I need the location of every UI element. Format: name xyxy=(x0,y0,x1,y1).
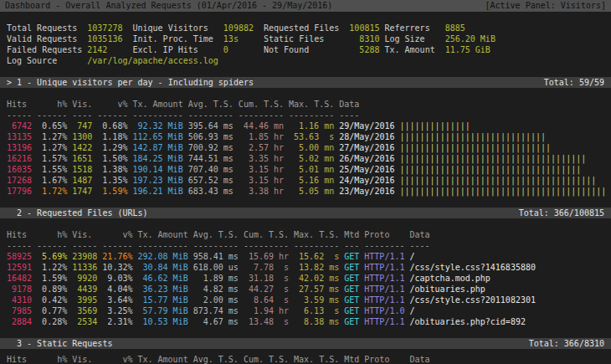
hits: 17268 xyxy=(7,175,32,186)
column-headers: Hitsh%Vis.v%Tx. AmountAvg. T.S.Cum. T.S.… xyxy=(0,354,611,364)
hits: 16216 xyxy=(7,153,32,164)
hits-percent: 1.55% xyxy=(37,164,67,175)
hits-percent: 1.22% xyxy=(37,262,67,273)
max-time-served: 27.57 ms xyxy=(294,284,339,295)
date: 25/May/2016 xyxy=(339,164,394,175)
tx-amount: 10.53 MiB xyxy=(137,316,187,327)
panel-title-text: 3 - Static Requests xyxy=(17,339,112,348)
visitors-percent: 1.59% xyxy=(97,186,127,197)
column-rule: ---- xyxy=(72,110,92,120)
tx-amount: 197.23 MiB xyxy=(132,175,182,186)
tx-amount: 196.21 MiB xyxy=(132,186,182,197)
visitors: 4439 xyxy=(72,284,97,295)
table-row[interactable]: 28840.28%25342.31%10.53 MiB4.67 ms13.48 … xyxy=(0,316,611,327)
cum-time-served: 3.15 hr xyxy=(239,175,284,186)
table-row[interactable]: 79850.77%35693.25%57.79 MiB873.74 ms1.94… xyxy=(0,305,611,316)
max-time-served: 53.63 s xyxy=(289,131,334,142)
visitors: 1747 xyxy=(72,186,92,197)
summary-value: 13s xyxy=(223,33,259,44)
summary-label: Valid Requests xyxy=(7,33,82,44)
column-header-visitors: Vis. xyxy=(72,229,97,240)
request-url: /css/style.css?1416835880 xyxy=(409,262,536,273)
column-rule: --------- xyxy=(289,110,334,120)
column-header-hits-percent: h% xyxy=(37,99,67,110)
panel-header-visitors[interactable]: >1 - Unique visitors per day - Including… xyxy=(0,77,611,88)
table-row[interactable]: 177961.72%17471.59%196.21 MiB683.43 ms3.… xyxy=(0,186,611,197)
http-protocol: HTTP/1.1 xyxy=(364,295,404,305)
table-row[interactable]: 131351.27%13001.18%112.65 MiB506.93 ms1.… xyxy=(0,131,611,142)
http-method: GET xyxy=(344,316,359,327)
table-row[interactable]: 172681.67%14871.35%197.23 MiB657.52 ms3.… xyxy=(0,175,611,186)
table-row[interactable]: 589255.69%2390821.76%292.08 MiB958.41 ms… xyxy=(0,251,611,262)
hits: 6742 xyxy=(7,120,32,131)
panel-header-requested-files[interactable]: 2 - Requested Files (URLs)Total: 366/100… xyxy=(0,208,611,218)
table-row[interactable]: 160351.55%15181.38%190.14 MiB707.40 ms3.… xyxy=(0,164,611,175)
active-panel-cursor-icon: > xyxy=(7,77,12,88)
table-row[interactable]: 162161.57%16511.50%184.25 MiB744.51 ms3.… xyxy=(0,153,611,164)
max-time-served: 5.01 mn xyxy=(289,164,334,175)
panel-total: Total: 366/100815 xyxy=(519,208,604,218)
request-url: / xyxy=(409,305,414,316)
hits-percent: 1.67% xyxy=(37,175,67,186)
column-header-rule: ----------------------------------------… xyxy=(0,240,611,251)
column-rule: ----- xyxy=(7,240,32,251)
column-rule: --------- xyxy=(239,110,284,120)
table-row[interactable]: 67420.65%7470.68%92.32 MiB395.64 ms44.46… xyxy=(0,120,611,131)
column-rule: ----- xyxy=(7,110,32,120)
visitors: 2534 xyxy=(72,316,97,327)
summary-label: Referrers xyxy=(384,23,439,33)
bar-chart: |||||||||||||||||||||||||||||| xyxy=(399,142,551,153)
table-row[interactable]: 164821.59%99209.03%46.62 MiB1.89 ms31.18… xyxy=(0,273,611,284)
panel-header-static-requests[interactable]: 3 - Static RequestsTotal: 366/8310 xyxy=(0,338,611,349)
column-header-max-time-served: Max. T.S. xyxy=(294,354,339,364)
visitors: 3995 xyxy=(72,295,97,305)
avg-time-served: 958.41 ms xyxy=(193,251,239,262)
table-row[interactable]: 91780.89%44394.04%36.23 MiB4.82 ms44.27 … xyxy=(0,284,611,295)
column-rule: --------- xyxy=(188,110,234,120)
column-rule: ------ xyxy=(102,240,132,251)
http-protocol: HTTP/1.0 xyxy=(364,305,404,316)
avg-time-served: 4.82 ms xyxy=(193,284,239,295)
column-header-http-method: Mtd xyxy=(344,229,359,240)
column-rule: ------ xyxy=(97,110,127,120)
column-header-tx-amount: Tx. Amount xyxy=(137,229,187,240)
column-rule: ---------- xyxy=(137,240,187,251)
panel-title-text: 2 - Requested Files (URLs) xyxy=(17,208,148,218)
panel-total: Total: 59/59 xyxy=(544,77,604,88)
cum-time-served: 2.57 hr xyxy=(239,142,284,153)
cum-time-served: 1.85 hr xyxy=(239,131,284,142)
http-protocol: HTTP/1.1 xyxy=(364,316,404,327)
column-header-avg-time-served: Avg. T.S. xyxy=(193,229,239,240)
visitors-percent: 1.35% xyxy=(97,175,127,186)
hits: 13196 xyxy=(7,142,32,153)
column-headers: Hitsh%Vis.v%Tx. AmountAvg. T.S.Cum. T.S.… xyxy=(0,99,611,110)
avg-time-served: 1.89 ms xyxy=(193,273,239,284)
panel-visitors: >1 - Unique visitors per day - Including… xyxy=(0,77,611,208)
visitors-percent: 2.31% xyxy=(102,316,132,327)
hits: 16035 xyxy=(7,164,32,175)
tx-amount: 15.77 MiB xyxy=(137,295,187,305)
panel-title-text: 1 - Unique visitors per day - Including … xyxy=(17,78,254,87)
avg-time-served: 683.43 ms xyxy=(188,186,234,197)
http-method: GET xyxy=(344,262,359,273)
avg-time-served: 395.64 ms xyxy=(188,120,234,131)
avg-time-served: 707.40 ms xyxy=(188,164,234,175)
table-row[interactable]: 125911.22%1133610.32%30.84 MiB618.00 us7… xyxy=(0,262,611,273)
tx-amount: 92.32 MiB xyxy=(132,120,182,131)
column-header-max-time-served: Max. T.S. xyxy=(289,99,334,110)
summary-value: 2142 xyxy=(87,44,127,55)
spacer xyxy=(0,66,611,77)
column-rule: ------ xyxy=(37,110,67,120)
table-row[interactable]: 131961.27%14221.29%142.87 MiB700.92 ms2.… xyxy=(0,142,611,153)
table-row[interactable]: 43100.42%39953.64%15.77 MiB2.00 ms8.64 s… xyxy=(0,295,611,305)
summary-value: 100815 xyxy=(349,23,379,33)
column-header-request-url: Data xyxy=(409,354,429,364)
spacer xyxy=(0,197,611,208)
hits-percent: 0.42% xyxy=(37,295,67,305)
column-headers: Hitsh%Vis.v%Tx. AmountAvg. T.S.Cum. T.S.… xyxy=(0,229,611,240)
column-rule: -------- xyxy=(364,240,404,251)
summary-label: Failed Requests xyxy=(7,44,82,55)
visitors-percent: 1.38% xyxy=(97,164,127,175)
cum-time-served: 8.64 s xyxy=(244,295,289,305)
column-header-hits-percent: h% xyxy=(37,229,67,240)
